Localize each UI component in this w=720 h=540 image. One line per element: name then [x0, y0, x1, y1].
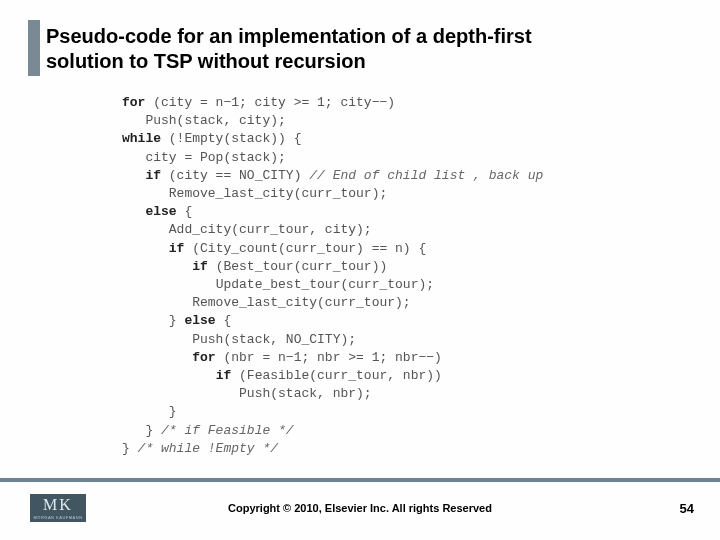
footer-divider [0, 478, 720, 482]
code-line: while (!Empty(stack)) { [122, 130, 543, 148]
code-line: Push(stack, city); [122, 112, 543, 130]
code-line: } /* while !Empty */ [122, 440, 543, 458]
pseudocode-block: for (city = n−1; city >= 1; city−−) Push… [122, 94, 543, 458]
code-line: if (Feasible(curr_tour, nbr)) [122, 367, 543, 385]
code-line: if (City_count(curr_tour) == n) { [122, 240, 543, 258]
code-line: city = Pop(stack); [122, 149, 543, 167]
logo-sub-text: MORGAN KAUFMANN [33, 515, 82, 520]
page-number: 54 [680, 501, 694, 516]
code-line: } [122, 403, 543, 421]
title-line-1: Pseudo-code for an implementation of a d… [46, 25, 532, 47]
code-line: } else { [122, 312, 543, 330]
title-accent-bar [28, 20, 40, 76]
code-line: Push(stack, nbr); [122, 385, 543, 403]
code-line: if (city == NO_CITY) // End of child lis… [122, 167, 543, 185]
title-line-2: solution to TSP without recursion [46, 50, 366, 72]
code-line: } /* if Feasible */ [122, 422, 543, 440]
slide-title: Pseudo-code for an implementation of a d… [46, 24, 680, 74]
code-line: if (Best_tour(curr_tour)) [122, 258, 543, 276]
code-line: Remove_last_city(curr_tour); [122, 185, 543, 203]
title-underline [28, 76, 668, 82]
code-line: Add_city(curr_tour, city); [122, 221, 543, 239]
code-line: Push(stack, NO_CITY); [122, 331, 543, 349]
copyright-text: Copyright © 2010, Elsevier Inc. All righ… [0, 502, 720, 514]
code-line: Remove_last_city(curr_tour); [122, 294, 543, 312]
code-line: else { [122, 203, 543, 221]
code-line: for (city = n−1; city >= 1; city−−) [122, 94, 543, 112]
code-line: for (nbr = n−1; nbr >= 1; nbr−−) [122, 349, 543, 367]
code-line: Update_best_tour(curr_tour); [122, 276, 543, 294]
